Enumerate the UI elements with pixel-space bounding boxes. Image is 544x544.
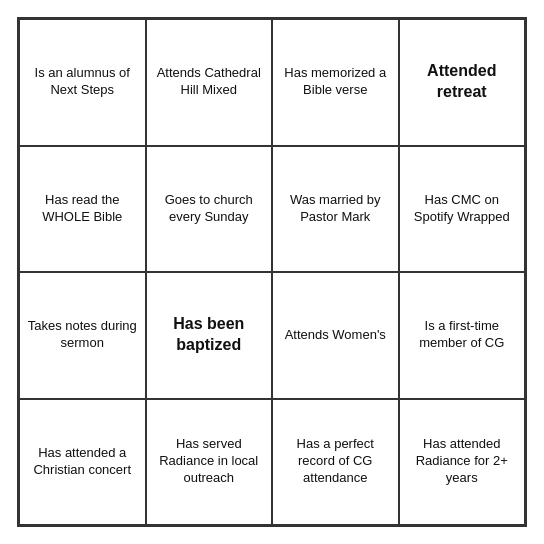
- bingo-cell-6: Was married by Pastor Mark: [272, 146, 399, 273]
- bingo-cell-15: Has attended Radiance for 2+ years: [399, 399, 526, 526]
- bingo-cell-11: Is a first-time member of CG: [399, 272, 526, 399]
- bingo-cell-12: Has attended a Christian concert: [19, 399, 146, 526]
- bingo-cell-9: Has been baptized: [146, 272, 273, 399]
- bingo-cell-5: Goes to church every Sunday: [146, 146, 273, 273]
- bingo-cell-13: Has served Radiance in local outreach: [146, 399, 273, 526]
- bingo-cell-10: Attends Women's: [272, 272, 399, 399]
- bingo-cell-8: Takes notes during sermon: [19, 272, 146, 399]
- bingo-cell-7: Has CMC on Spotify Wrapped: [399, 146, 526, 273]
- bingo-cell-1: Attends Cathedral Hill Mixed: [146, 19, 273, 146]
- bingo-cell-0: Is an alumnus of Next Steps: [19, 19, 146, 146]
- bingo-cell-3: Attended retreat: [399, 19, 526, 146]
- bingo-cell-14: Has a perfect record of CG attendance: [272, 399, 399, 526]
- bingo-cell-4: Has read the WHOLE Bible: [19, 146, 146, 273]
- bingo-card: Is an alumnus of Next StepsAttends Cathe…: [17, 17, 527, 527]
- bingo-cell-2: Has memorized a Bible verse: [272, 19, 399, 146]
